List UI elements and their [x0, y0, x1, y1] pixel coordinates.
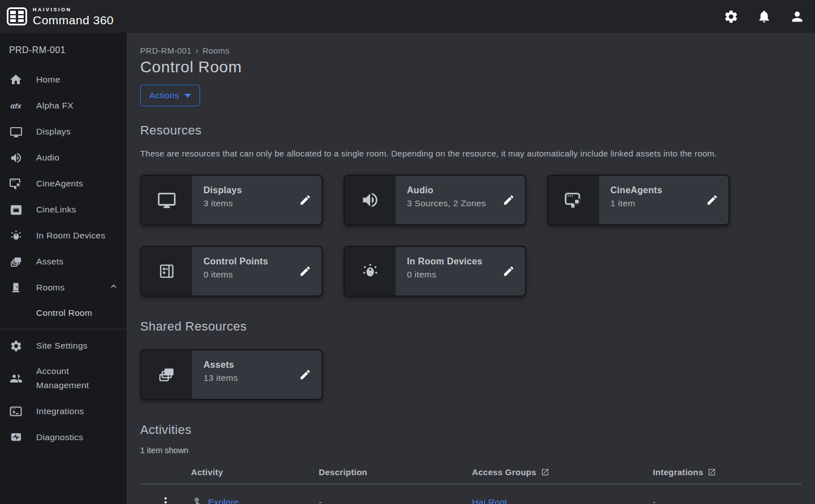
column-activity: Activity [191, 464, 319, 484]
brand-text: HAIVISION Command 360 [33, 7, 114, 26]
rooms-door-icon [9, 281, 23, 294]
sidebar-item-site-settings[interactable]: Site Settings [0, 333, 127, 359]
external-link-icon[interactable] [708, 468, 716, 476]
external-link-icon[interactable] [541, 468, 549, 476]
sidebar-item-in-room-devices[interactable]: In Room Devices [0, 223, 127, 249]
sidebar-item-cineagents[interactable]: CineAgents [0, 171, 127, 197]
edit-pencil-icon[interactable] [696, 176, 729, 224]
sidebar-item-label: Home [36, 75, 118, 85]
sidebar-item-displays[interactable]: Displays [0, 119, 127, 145]
description-cell: - [319, 484, 472, 504]
haivision-logo-icon [7, 7, 27, 25]
sidebar-divider [0, 329, 127, 329]
home-icon [9, 73, 23, 86]
sidebar-item-label: Displays [36, 127, 118, 137]
sidebar-item-rooms[interactable]: Rooms [0, 275, 127, 301]
card-subtitle: 1 item [610, 198, 696, 208]
sidebar-item-label: In Room Devices [36, 231, 118, 241]
resources-description: These are resources that can only be all… [140, 147, 790, 160]
sidebar-item-assets[interactable]: Assets [0, 249, 127, 275]
control-points-icon [141, 247, 192, 296]
card-title: Assets [203, 360, 289, 370]
integrations-cell: - [653, 484, 801, 504]
sidebar: PRD-RM-001 Home αfx Alpha FX Displays Au… [0, 33, 127, 504]
caret-down-icon [184, 94, 191, 98]
edit-pencil-icon[interactable] [289, 350, 322, 399]
brand: HAIVISION Command 360 [7, 7, 114, 26]
column-integrations: Integrations [653, 464, 801, 484]
column-menu [140, 464, 191, 484]
activity-link[interactable]: Explore [208, 497, 239, 504]
site-label: PRD-RM-001 [0, 33, 127, 67]
sidebar-item-label: Diagnostics [36, 432, 118, 442]
card-subtitle: 3 Sources, 2 Zones [407, 198, 492, 208]
cineagents-icon [548, 176, 599, 224]
display-monitor-icon [9, 125, 23, 138]
sidebar-item-label: Rooms [36, 283, 96, 293]
in-room-device-icon [345, 247, 396, 296]
assets-stack-icon [141, 350, 192, 399]
sidebar-item-label: CineAgents [36, 179, 118, 189]
sidebar-item-label: CineLinks [36, 205, 118, 215]
settings-gear-icon[interactable] [723, 9, 739, 24]
breadcrumb: PRD-RM-001›Rooms [140, 46, 801, 55]
sidebar-item-alpha-fx[interactable]: αfx Alpha FX [0, 93, 127, 119]
sidebar-item-label: Account Management [36, 364, 118, 393]
breadcrumb-current[interactable]: Rooms [202, 46, 229, 55]
column-description: Description [319, 464, 472, 484]
card-title: Control Points [203, 257, 289, 267]
card-subtitle: 0 items [407, 270, 492, 280]
sidebar-item-label: Site Settings [36, 341, 118, 351]
actions-button[interactable]: Actions [140, 85, 200, 106]
breadcrumb-separator: › [196, 46, 198, 55]
edit-pencil-icon[interactable] [492, 247, 525, 296]
card-subtitle: 13 items [203, 373, 289, 383]
main-content: PRD-RM-001›Rooms Control Room Actions Re… [127, 33, 815, 504]
chevron-up-icon[interactable] [110, 283, 118, 293]
sidebar-item-label: Alpha FX [36, 101, 118, 111]
sidebar-item-audio[interactable]: Audio [0, 145, 127, 171]
table-row: Explore - Hai Root - [140, 484, 801, 504]
breadcrumb-parent[interactable]: PRD-RM-001 [140, 46, 192, 55]
card-title: In Room Devices [407, 257, 492, 267]
explore-gesture-icon [191, 496, 203, 504]
resources-heading: Resources [140, 123, 801, 138]
cinelinks-ethernet-icon [9, 203, 23, 216]
access-group-link[interactable]: Hai Root [472, 497, 508, 504]
column-access-groups: Access Groups [472, 464, 653, 484]
speaker-icon [9, 151, 23, 164]
shared-card-assets[interactable]: Assets 13 items [140, 349, 323, 400]
resource-card-cineagents[interactable]: CineAgents 1 item [547, 175, 730, 225]
edit-pencil-icon[interactable] [492, 176, 525, 224]
page-title: Control Room [140, 58, 801, 76]
resource-card-displays[interactable]: Displays 3 items [140, 175, 323, 225]
sidebar-item-home[interactable]: Home [0, 67, 127, 93]
resource-card-control-points[interactable]: Control Points 0 items [140, 246, 323, 297]
edit-pencil-icon[interactable] [289, 176, 322, 224]
sidebar-item-integrations[interactable]: Integrations [0, 398, 127, 424]
card-title: Displays [203, 185, 289, 195]
diagnostics-pulse-icon [9, 431, 23, 444]
row-menu-kebab-icon[interactable] [140, 497, 191, 504]
notifications-bell-icon[interactable] [757, 9, 771, 24]
card-subtitle: 0 items [203, 270, 289, 280]
activities-heading: Activities [140, 423, 801, 437]
assets-stack-icon [9, 255, 23, 268]
speaker-icon [345, 176, 396, 224]
cineagents-icon [9, 177, 23, 190]
user-profile-icon[interactable] [790, 9, 805, 24]
resource-card-in-room-devices[interactable]: In Room Devices 0 items [344, 246, 526, 297]
sidebar-item-control-room[interactable]: Control Room [0, 301, 127, 325]
terminal-icon [9, 405, 23, 418]
resource-card-audio[interactable]: Audio 3 Sources, 2 Zones [344, 175, 526, 225]
topbar: HAIVISION Command 360 [0, 0, 815, 33]
sidebar-item-diagnostics[interactable]: Diagnostics [0, 424, 127, 450]
edit-pencil-icon[interactable] [289, 247, 322, 296]
people-icon [9, 372, 23, 385]
sidebar-item-account-management[interactable]: Account Management [0, 359, 127, 398]
product-name: Command 360 [33, 14, 114, 26]
shared-resources-heading: Shared Resources [140, 319, 801, 334]
sidebar-item-label: Audio [36, 153, 118, 163]
sidebar-item-cinelinks[interactable]: CineLinks [0, 197, 127, 223]
activities-count: 1 item shown [140, 446, 801, 455]
